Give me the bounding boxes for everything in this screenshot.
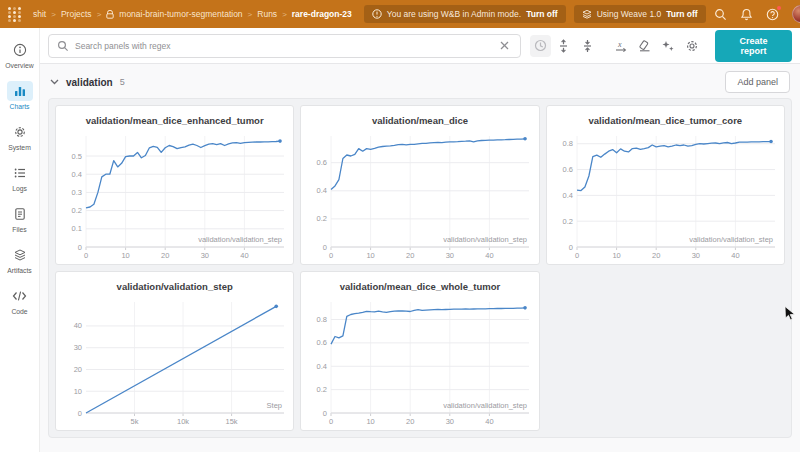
svg-text:20: 20: [161, 251, 169, 260]
svg-text:10: 10: [367, 251, 375, 260]
chart-canvas[interactable]: 01020304000.20.40.6validation/validation…: [301, 130, 538, 264]
svg-text:20: 20: [652, 251, 660, 260]
eraser-icon[interactable]: [635, 35, 656, 57]
svg-text:0: 0: [329, 417, 333, 426]
chart-canvas[interactable]: 01020304000.20.40.60.8validation/validat…: [547, 130, 784, 264]
breadcrumb-run-name[interactable]: rare-dragon-23: [292, 9, 352, 19]
svg-text:15k: 15k: [226, 417, 238, 426]
breadcrumb-project[interactable]: monai-brain-tumor-segmentation: [119, 9, 242, 19]
svg-text:40: 40: [731, 251, 739, 260]
search-icon: [57, 40, 69, 52]
clear-icon[interactable]: [496, 38, 512, 54]
alert-circle-icon: [372, 9, 382, 19]
sidebar-item-files[interactable]: Files: [1, 200, 39, 237]
sidebar-item-label: Code: [11, 308, 27, 315]
breadcrumb-projects[interactable]: Projects: [61, 9, 92, 19]
expand-vertical-icon[interactable]: [554, 35, 575, 57]
svg-text:x: x: [617, 40, 622, 49]
breadcrumb-separator: >: [248, 10, 253, 19]
svg-text:30: 30: [446, 417, 454, 426]
chart-title: validation/validation_step: [56, 272, 293, 296]
weave-turn-off-button[interactable]: Turn off: [666, 9, 697, 19]
sidebar-item-label: System: [8, 144, 31, 151]
svg-text:30: 30: [74, 343, 82, 352]
sidebar-item-code[interactable]: Code: [1, 282, 39, 319]
chart-title: validation/mean_dice_tumor_core: [547, 106, 784, 130]
history-icon[interactable]: [530, 35, 551, 57]
svg-text:0.2: 0.2: [317, 214, 327, 223]
sidebar-item-artifacts[interactable]: Artifacts: [1, 241, 39, 278]
breadcrumb-separator: >: [282, 10, 287, 19]
chart-title: validation/mean_dice: [301, 106, 538, 130]
breadcrumb-separator: >: [97, 10, 102, 19]
svg-text:40: 40: [74, 321, 82, 330]
svg-text:5k: 5k: [131, 417, 139, 426]
sidebar-item-logs[interactable]: Logs: [1, 159, 39, 196]
section-title[interactable]: validation: [66, 77, 113, 88]
svg-text:0.4: 0.4: [72, 170, 82, 179]
notification-dot: [777, 6, 781, 10]
help-icon[interactable]: [766, 8, 779, 21]
svg-text:20: 20: [74, 365, 82, 374]
chart-panel[interactable]: validation/mean_dice_whole_tumor 0102030…: [300, 271, 539, 431]
bar-chart-icon: [7, 81, 33, 101]
panel-search-input[interactable]: Search panels with regex: [48, 34, 521, 58]
admin-turn-off-button[interactable]: Turn off: [526, 9, 557, 19]
chevron-down-icon[interactable]: [50, 79, 59, 85]
svg-text:0: 0: [568, 243, 572, 252]
bell-icon[interactable]: [740, 8, 753, 21]
weave-banner: Using Weave 1.0 Turn off: [574, 5, 706, 23]
breadcrumb-separator: >: [51, 10, 56, 19]
svg-text:10: 10: [612, 251, 620, 260]
svg-text:0.6: 0.6: [562, 165, 572, 174]
svg-text:10k: 10k: [177, 417, 189, 426]
gear-icon: [7, 122, 33, 142]
sidebar-item-overview[interactable]: Overview: [1, 36, 39, 73]
section-panel-count: 5: [120, 77, 125, 87]
svg-text:0.4: 0.4: [317, 362, 327, 371]
create-report-button[interactable]: Create report: [715, 30, 792, 62]
code-icon: [7, 286, 33, 306]
search-icon[interactable]: [714, 8, 727, 21]
sidebar-item-system[interactable]: System: [1, 118, 39, 155]
gear-icon[interactable]: [682, 35, 703, 57]
weave-banner-text: Using Weave 1.0: [597, 9, 662, 19]
svg-text:40: 40: [486, 251, 494, 260]
svg-text:0: 0: [323, 243, 327, 252]
svg-text:0.2: 0.2: [317, 385, 327, 394]
workspace-main: validation 5 Add panel validation/mean_d…: [40, 64, 800, 452]
svg-text:0.4: 0.4: [317, 186, 327, 195]
sparkle-icon[interactable]: [658, 35, 679, 57]
sidebar-item-label: Logs: [12, 185, 27, 192]
svg-text:0: 0: [78, 243, 82, 252]
chart-panel[interactable]: validation/mean_dice_tumor_core 01020304…: [546, 105, 785, 265]
app-root: shit > Projects > monai-brain-tumor-segm…: [0, 0, 800, 452]
sidebar-item-charts[interactable]: Charts: [1, 77, 39, 114]
svg-text:0: 0: [78, 409, 82, 418]
chart-canvas[interactable]: 5k10k15k010203040Step: [56, 296, 293, 430]
breadcrumb-runs[interactable]: Runs: [257, 9, 277, 19]
svg-text:0.5: 0.5: [72, 152, 82, 161]
info-icon: [7, 40, 33, 60]
wandb-logo[interactable]: [8, 7, 25, 22]
svg-text:0.4: 0.4: [562, 191, 572, 200]
svg-text:40: 40: [486, 417, 494, 426]
x-axis-icon[interactable]: x: [611, 35, 632, 57]
chart-canvas[interactable]: 01020304000.20.40.60.8validation/validat…: [301, 296, 538, 430]
svg-text:0.2: 0.2: [72, 206, 82, 215]
chart-canvas[interactable]: 01020304000.10.20.30.40.5validation/vali…: [56, 130, 293, 264]
collapse-vertical-icon[interactable]: [577, 35, 598, 57]
admin-mode-banner: You are using W&B in Admin mode. Turn of…: [364, 5, 566, 23]
add-panel-button[interactable]: Add panel: [725, 71, 790, 93]
chart-title: validation/mean_dice_whole_tumor: [301, 272, 538, 296]
top-navbar: shit > Projects > monai-brain-tumor-segm…: [0, 0, 800, 28]
svg-text:0: 0: [575, 251, 579, 260]
breadcrumb-user[interactable]: shit: [33, 9, 46, 19]
svg-text:0.1: 0.1: [72, 224, 82, 233]
svg-text:validation/validation_step: validation/validation_step: [689, 235, 773, 244]
chart-panel[interactable]: validation/mean_dice 01020304000.20.40.6…: [300, 105, 539, 265]
chart-panel[interactable]: validation/mean_dice_enhanced_tumor 0102…: [55, 105, 294, 265]
chart-panel[interactable]: validation/validation_step 5k10k15k01020…: [55, 271, 294, 431]
avatar[interactable]: [792, 5, 800, 23]
run-sidebar: Overview Charts System Logs: [0, 28, 40, 452]
